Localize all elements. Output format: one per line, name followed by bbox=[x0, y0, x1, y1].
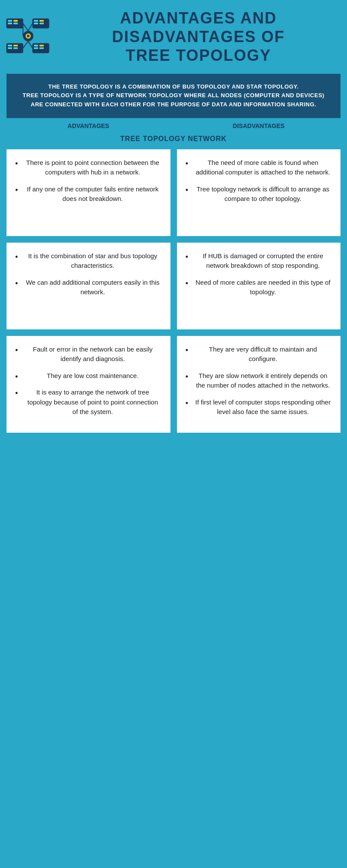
list-item: Tree topology network is difficult to ar… bbox=[186, 184, 332, 204]
svg-rect-7 bbox=[34, 23, 38, 24]
tree-topology-label: Tree topology network bbox=[0, 132, 347, 143]
svg-line-28 bbox=[28, 41, 33, 48]
svg-rect-16 bbox=[13, 45, 18, 46]
advantages-label: ADVANTAGES bbox=[7, 122, 170, 129]
svg-line-26 bbox=[28, 23, 33, 31]
svg-rect-14 bbox=[8, 45, 12, 46]
card-row1-left: There is point to point connection betwe… bbox=[7, 149, 170, 236]
list-item: If HUB is damaged or corrupted the entir… bbox=[186, 251, 332, 271]
list-item: They are very difficult to maintain and … bbox=[186, 345, 332, 364]
svg-rect-20 bbox=[34, 47, 38, 49]
card-row2-left: It is the combination of star and bus to… bbox=[7, 243, 170, 329]
logo-icon bbox=[4, 12, 52, 62]
section-labels-row: ADVANTAGES DISADVANTAGES bbox=[0, 122, 347, 132]
disadvantages-label: DISADVANTAGES bbox=[177, 122, 341, 129]
list-item: They are slow network it entirely depend… bbox=[186, 371, 332, 391]
list-item: Fault or error in the network can be eas… bbox=[15, 345, 162, 364]
card-row1-right: The need of more cable is found when add… bbox=[177, 149, 341, 236]
svg-rect-9 bbox=[39, 23, 44, 24]
list-row1-right: The need of more cable is found when add… bbox=[186, 158, 332, 204]
svg-point-12 bbox=[27, 35, 29, 37]
svg-rect-19 bbox=[34, 45, 38, 46]
svg-rect-1 bbox=[8, 20, 12, 22]
list-item: The need of more cable is found when add… bbox=[186, 158, 332, 178]
list-item: It is the combination of star and bus to… bbox=[15, 251, 162, 271]
header-title: ADVANTAGES AND DISADVANTAGES OF TREE TOP… bbox=[59, 9, 338, 65]
svg-rect-17 bbox=[13, 47, 18, 49]
list-row2-right: If HUB is damaged or corrupted the entir… bbox=[186, 251, 332, 297]
list-item: If first level of computer stops respond… bbox=[186, 398, 332, 417]
svg-rect-4 bbox=[13, 23, 18, 24]
svg-rect-6 bbox=[34, 20, 38, 22]
description-text: THE TREE TOPOLOGY IS A COMBINATION OF BU… bbox=[17, 82, 330, 109]
list-row1-left: There is point to point connection betwe… bbox=[15, 158, 162, 204]
list-item: Need of more cables are needed in this t… bbox=[186, 278, 332, 297]
header: ADVANTAGES AND DISADVANTAGES OF TREE TOP… bbox=[0, 0, 347, 74]
list-item: We can add additional computers easily i… bbox=[15, 278, 162, 297]
svg-line-27 bbox=[23, 41, 28, 48]
svg-rect-3 bbox=[13, 20, 18, 22]
list-item: There is point to point connection betwe… bbox=[15, 158, 162, 178]
list-row3-left: Fault or error in the network can be eas… bbox=[15, 345, 162, 417]
description-box: THE TREE TOPOLOGY IS A COMBINATION OF BU… bbox=[7, 74, 340, 118]
list-row2-left: It is the combination of star and bus to… bbox=[15, 251, 162, 297]
svg-rect-22 bbox=[39, 47, 44, 49]
svg-rect-15 bbox=[8, 47, 12, 49]
card-row3-left: Fault or error in the network can be eas… bbox=[7, 336, 170, 433]
list-item: If any one of the computer fails entire … bbox=[15, 184, 162, 204]
card-row2-right: If HUB is damaged or corrupted the entir… bbox=[177, 243, 341, 329]
list-item: They are low cost maintenance. bbox=[15, 371, 162, 381]
svg-rect-21 bbox=[39, 45, 44, 46]
list-row3-right: They are very difficult to maintain and … bbox=[186, 345, 332, 417]
list-item: It is easy to arrange the network of tre… bbox=[15, 388, 162, 417]
svg-rect-2 bbox=[8, 23, 12, 24]
svg-rect-8 bbox=[39, 20, 44, 22]
svg-line-25 bbox=[23, 23, 28, 31]
card-row3-right: They are very difficult to maintain and … bbox=[177, 336, 341, 433]
content-grid: There is point to point connection betwe… bbox=[0, 143, 347, 439]
